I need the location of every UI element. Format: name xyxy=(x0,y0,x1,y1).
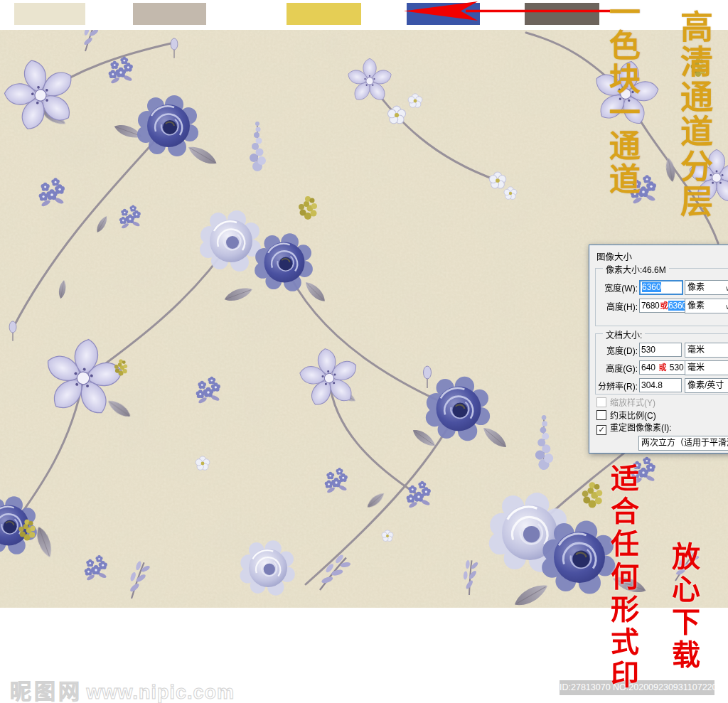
pixel-width-unit-select[interactable]: 像素 ∨ xyxy=(685,280,728,295)
image-size-dialog: 图像大小 像素大小:46.6M 宽度(W): 6360 像素 ∨ 高度(H): … xyxy=(589,245,728,454)
constrain-proportions-row[interactable]: 约束比例(C) xyxy=(596,410,656,421)
resolution-label: 分辨率(R): xyxy=(591,380,638,392)
resolution-unit: 像素/英寸 xyxy=(687,380,724,390)
resample-method-select[interactable]: 两次立方（适用于平滑渐变 xyxy=(638,436,728,451)
page: 一色块一通道 高清通道分层 适合任何形式印 放心下载 图像大小 像素大小:46.… xyxy=(0,0,728,703)
pixel-height-label: 高度(H): xyxy=(596,300,638,312)
pixel-width-label: 宽度(W): xyxy=(596,281,638,294)
resample-image-row[interactable]: ✓重定图像像素(I): xyxy=(596,423,672,434)
doc-height-label: 高度(G): xyxy=(596,362,638,374)
annotation-gold-right: 高清通道分层 xyxy=(678,10,710,219)
resolution-unit-select[interactable]: 像素/英寸 xyxy=(685,378,728,393)
document-size-legend: 文档大小: xyxy=(603,328,645,340)
site-url: www.nipic.com xyxy=(86,682,235,703)
chevron-down-icon: ∨ xyxy=(725,281,728,295)
doc-height-unit: 毫米 xyxy=(687,363,705,372)
site-watermark: 昵图网 www.nipic.com xyxy=(10,674,235,703)
scale-styles-label: 缩放样式(Y) xyxy=(610,398,655,408)
pixel-height-unit: 像素 xyxy=(687,301,705,311)
or-char: 或 xyxy=(660,301,668,310)
doc-height-unit-select[interactable]: 毫米 xyxy=(685,360,728,375)
resample-image-checkbox[interactable]: ✓ xyxy=(596,425,606,435)
scale-styles-checkbox[interactable] xyxy=(596,397,606,407)
doc-width-unit: 毫米 xyxy=(687,345,705,355)
pixel-width-value: 6360 xyxy=(642,282,661,292)
pixel-height-input[interactable]: 7680或6360 xyxy=(639,299,686,313)
site-logo: 昵图网 xyxy=(10,680,82,703)
resolution-value: 304.8 xyxy=(641,380,663,390)
annotation-red-right: 放心下载 xyxy=(670,542,698,672)
annotation-red-left: 适合任何形式印 xyxy=(609,463,637,692)
constrain-proportions-label: 约束比例(C) xyxy=(610,411,656,421)
chevron-down-icon: ∨ xyxy=(725,300,728,313)
pixel-size-group: 像素大小:46.6M xyxy=(595,268,728,326)
dialog-title: 图像大小 xyxy=(596,249,632,263)
resample-image-label: 重定图像像素(I): xyxy=(610,423,672,433)
constrain-proportions-checkbox[interactable] xyxy=(596,410,606,420)
or-char: 或 xyxy=(658,363,666,372)
doc-width-value: 530 xyxy=(641,345,655,355)
scale-styles-row[interactable]: 缩放样式(Y) xyxy=(596,397,655,408)
doc-width-input[interactable]: 530 xyxy=(639,343,682,357)
doc-height-new: 530 xyxy=(670,363,684,372)
pixel-width-input[interactable]: 6360 xyxy=(639,280,683,295)
image-id-text: ID:27813070 NO:20200923093110722089 xyxy=(560,682,727,692)
resample-method-value: 两次立方（适用于平滑渐变 xyxy=(641,438,728,448)
check-icon: ✓ xyxy=(598,425,604,434)
doc-width-unit-select[interactable]: 毫米 xyxy=(685,343,728,358)
annotation-gold-left: 一色块一通道 xyxy=(606,0,638,196)
doc-width-label: 宽度(D): xyxy=(596,344,638,356)
resolution-input[interactable]: 304.8 xyxy=(639,378,682,392)
pixel-height-unit-select[interactable]: 像素 ∨ xyxy=(685,299,728,313)
doc-height-old: 640 xyxy=(641,363,655,372)
doc-height-input[interactable]: 640 或 530 xyxy=(639,360,686,375)
pixel-size-legend: 像素大小:46.6M xyxy=(603,263,669,275)
pixel-height-new: 6360 xyxy=(668,301,686,311)
pixel-width-unit: 像素 xyxy=(687,282,705,292)
pixel-height-old: 7680 xyxy=(641,301,660,311)
